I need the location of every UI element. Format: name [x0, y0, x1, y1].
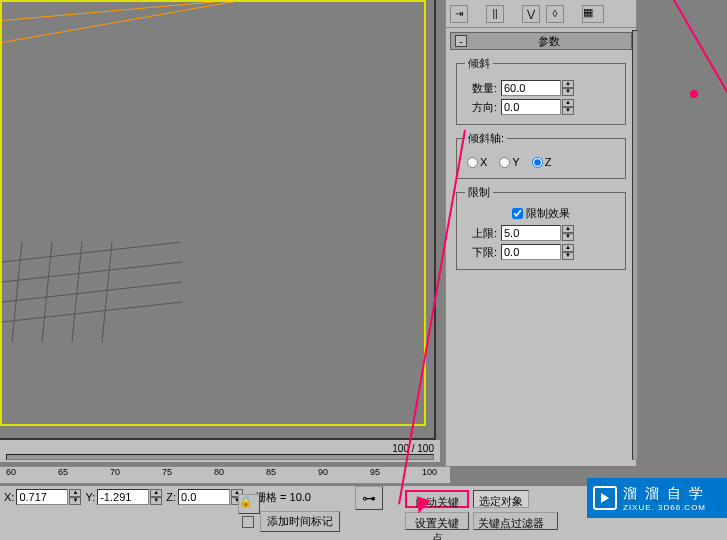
time-slider[interactable]: 100 / 100 [0, 440, 440, 462]
spinner-up-icon[interactable]: ▲ [150, 489, 162, 497]
spinner-up-icon[interactable]: ▲ [562, 99, 574, 107]
show-end-result-icon[interactable]: || [486, 5, 504, 23]
tick: 80 [214, 467, 224, 477]
watermark-url: ZIXUE. 3D66.COM [623, 503, 706, 512]
spinner-down-icon[interactable]: ▼ [562, 252, 574, 260]
limit-group: 限制 限制效果 上限: ▲▼ 下限: ▲▼ [456, 185, 626, 270]
tick: 95 [370, 467, 380, 477]
ground-grid [2, 242, 182, 362]
limit-legend: 限制 [465, 185, 493, 200]
x-label: X: [2, 491, 16, 503]
upper-input[interactable] [501, 225, 561, 241]
selection-lock-button[interactable]: 🔒 [238, 494, 260, 514]
spinner-down-icon[interactable]: ▼ [150, 497, 162, 505]
svg-line-7 [102, 242, 112, 342]
add-time-tag-button[interactable]: 添加时间标记 [260, 511, 340, 532]
spinner-up-icon[interactable]: ▲ [69, 489, 81, 497]
spinner-down-icon[interactable]: ▼ [69, 497, 81, 505]
direction-label: 方向: [465, 100, 497, 115]
time-ruler[interactable]: 60 65 70 75 80 85 90 95 100 [0, 466, 450, 484]
make-unique-icon[interactable]: ⋁ [522, 5, 540, 23]
svg-line-1 [2, 262, 182, 282]
svg-line-3 [2, 302, 182, 322]
svg-line-0 [2, 242, 182, 262]
tick: 100 [422, 467, 437, 477]
collapse-icon[interactable]: - [455, 35, 467, 47]
spinner-up-icon[interactable]: ▲ [562, 244, 574, 252]
tilt-legend: 倾斜 [465, 56, 493, 71]
command-panel: ⇥ || ⋁ ◊ ▦ - 参数 倾斜 数量: ▲▼ 方向: ▲▼ 倾斜轴: X … [445, 0, 637, 466]
axis-y-radio[interactable]: Y [499, 156, 519, 168]
rollout-title: 参数 [471, 34, 627, 49]
svg-line-4 [12, 242, 22, 342]
set-key-button[interactable]: 设置关键点 [405, 512, 469, 530]
modifier-toolbar: ⇥ || ⋁ ◊ ▦ [446, 0, 636, 28]
spinner-down-icon[interactable]: ▼ [562, 233, 574, 241]
tilt-axis-group: 倾斜轴: X Y Z [456, 131, 626, 179]
tick: 70 [110, 467, 120, 477]
rollout-header-params[interactable]: - 参数 [450, 32, 632, 50]
key-filters-button[interactable]: 关键点过滤器 [473, 512, 558, 530]
axis-z-radio[interactable]: Z [532, 156, 552, 168]
tilt-group: 倾斜 数量: ▲▼ 方向: ▲▼ [456, 56, 626, 125]
frame-indicator: 100 / 100 [392, 443, 434, 454]
lower-input[interactable] [501, 244, 561, 260]
grid-size-label: 栅格 = 10.0 [255, 490, 311, 505]
panel-scrollbar[interactable] [632, 30, 638, 460]
limit-effect-checkbox[interactable] [512, 208, 523, 219]
spinner-up-icon[interactable]: ▲ [562, 80, 574, 88]
watermark: 溜 溜 自 学 ZIXUE. 3D66.COM [587, 478, 727, 518]
wireframe-edge [2, 0, 248, 43]
limit-effect-label: 限制效果 [526, 206, 570, 221]
wireframe-edge [2, 0, 301, 21]
pin-stack-icon[interactable]: ⇥ [450, 5, 468, 23]
spinner-down-icon[interactable]: ▼ [562, 88, 574, 96]
tick: 65 [58, 467, 68, 477]
y-label: Y: [83, 491, 97, 503]
y-input[interactable] [97, 489, 149, 505]
x-input[interactable] [16, 489, 68, 505]
tick: 75 [162, 467, 172, 477]
tick: 85 [266, 467, 276, 477]
lower-label: 下限: [465, 245, 497, 260]
set-key-icon-button[interactable]: ⊶ [355, 486, 383, 510]
spinner-up-icon[interactable]: ▲ [562, 225, 574, 233]
amount-input[interactable] [501, 80, 561, 96]
upper-label: 上限: [465, 226, 497, 241]
svg-line-6 [72, 242, 82, 342]
amount-label: 数量: [465, 81, 497, 96]
slider-track[interactable] [6, 454, 434, 460]
z-label: Z: [164, 491, 178, 503]
tick: 60 [6, 467, 16, 477]
auto-key-button[interactable]: 自动关键点 [405, 490, 469, 508]
tilt-axis-legend: 倾斜轴: [465, 131, 507, 146]
selected-object-dropdown[interactable]: 选定对象 [473, 490, 529, 508]
axis-x-radio[interactable]: X [467, 156, 487, 168]
viewport-active[interactable] [0, 0, 426, 426]
direction-input[interactable] [501, 99, 561, 115]
configure-sets-icon[interactable]: ▦ [582, 5, 604, 23]
spinner-down-icon[interactable]: ▼ [562, 107, 574, 115]
tick: 90 [318, 467, 328, 477]
remove-modifier-icon[interactable]: ◊ [546, 5, 564, 23]
watermark-title: 溜 溜 自 学 [623, 485, 706, 503]
time-tag-icon[interactable] [242, 516, 254, 528]
play-logo-icon [593, 486, 617, 510]
viewport[interactable] [0, 0, 436, 440]
svg-line-2 [2, 282, 182, 302]
right-gutter [641, 0, 727, 466]
z-input[interactable] [178, 489, 230, 505]
